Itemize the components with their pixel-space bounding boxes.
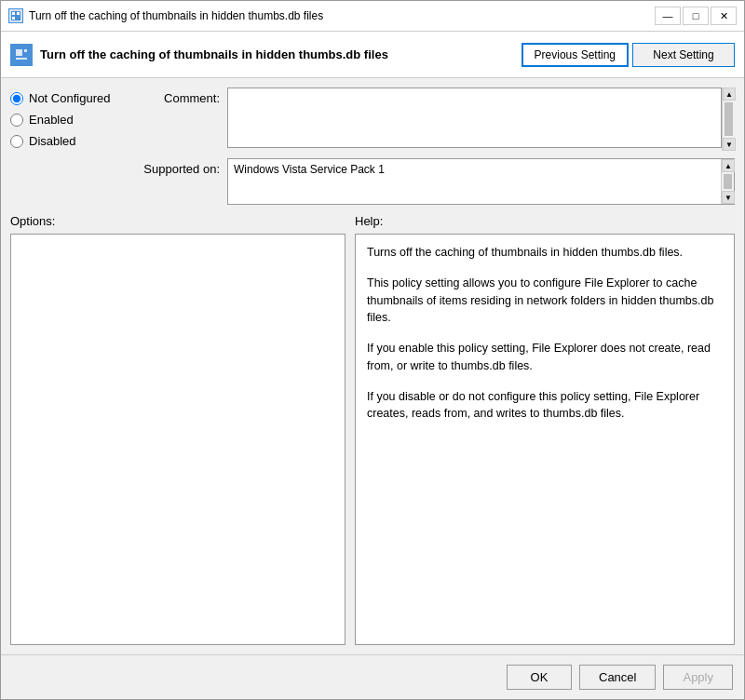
radio-disabled-input[interactable] [10, 135, 23, 148]
svg-rect-0 [10, 10, 21, 21]
minimize-button[interactable]: — [655, 7, 681, 25]
radio-enabled-label: Enabled [29, 113, 74, 127]
radio-disabled-label: Disabled [29, 134, 76, 148]
svg-rect-2 [17, 12, 20, 15]
supported-scroll-thumb [724, 174, 732, 189]
help-paragraph-2: This policy setting allows you to config… [367, 275, 723, 327]
radio-enabled-input[interactable] [10, 114, 23, 127]
header-buttons: Previous Setting Next Setting [522, 43, 735, 67]
cancel-button[interactable]: Cancel [579, 665, 656, 690]
svg-rect-1 [12, 12, 15, 15]
radio-not-configured[interactable]: Not Configured [10, 91, 131, 105]
maximize-button[interactable]: □ [683, 7, 709, 25]
supported-row: Supported on: Windows Vista Service Pack… [141, 158, 735, 205]
supported-scrollbar[interactable]: ▲ ▼ [721, 159, 734, 204]
svg-rect-3 [12, 17, 15, 20]
title-bar-text: Turn off the caching of thumbnails in hi… [29, 9, 649, 22]
options-panel: Options: [10, 214, 345, 645]
header-title: Turn off the caching of thumbnails in hi… [40, 47, 514, 61]
options-label: Options: [10, 214, 345, 228]
apply-button[interactable]: Apply [663, 665, 733, 690]
svg-rect-5 [16, 49, 22, 56]
radio-group: Not Configured Enabled Disabled [10, 88, 131, 205]
help-paragraph-3: If you enable this policy setting, File … [367, 340, 723, 375]
footer-bar: OK Cancel Apply [1, 654, 744, 699]
radio-not-configured-label: Not Configured [29, 91, 110, 105]
bottom-section: Options: Help: Turns off the caching of … [10, 214, 735, 645]
comment-label: Comment: [141, 88, 220, 105]
supported-label: Supported on: [141, 158, 220, 176]
policy-icon [10, 44, 33, 66]
title-bar-controls: — □ ✕ [655, 7, 737, 25]
close-button[interactable]: ✕ [711, 7, 737, 25]
help-panel: Help: Turns off the caching of thumbnail… [355, 214, 735, 645]
next-setting-button[interactable]: Next Setting [632, 43, 735, 67]
form-section: Comment: ▲ ▼ Supported on: Windows [141, 88, 735, 205]
comment-textarea[interactable] [227, 88, 722, 148]
header-bar: Turn off the caching of thumbnails in hi… [1, 32, 744, 78]
scroll-down-arrow[interactable]: ▼ [723, 138, 736, 151]
title-bar: Turn off the caching of thumbnails in hi… [1, 1, 744, 32]
previous-setting-button[interactable]: Previous Setting [522, 43, 629, 67]
svg-rect-7 [16, 58, 27, 60]
window-icon [8, 8, 23, 23]
comment-row: Comment: ▲ ▼ [141, 88, 735, 151]
supported-value: Windows Vista Service Pack 1 [234, 163, 728, 176]
main-window: Turn off the caching of thumbnails in hi… [0, 0, 745, 700]
comment-scrollbar[interactable]: ▲ ▼ [722, 88, 735, 151]
top-section: Not Configured Enabled Disabled Comment: [10, 88, 735, 205]
scroll-up-arrow[interactable]: ▲ [723, 88, 736, 101]
help-label: Help: [355, 214, 735, 228]
svg-rect-6 [24, 49, 27, 52]
help-paragraph-1: Turns off the caching of thumbnails in h… [367, 244, 723, 262]
options-box [10, 234, 345, 645]
content-area: Not Configured Enabled Disabled Comment: [1, 78, 744, 654]
radio-not-configured-input[interactable] [10, 92, 23, 105]
radio-disabled[interactable]: Disabled [10, 134, 131, 148]
help-box: Turns off the caching of thumbnails in h… [355, 234, 735, 645]
supported-box: Windows Vista Service Pack 1 ▲ ▼ [227, 158, 735, 205]
help-paragraph-4: If you disable or do not configure this … [367, 388, 723, 424]
ok-button[interactable]: OK [507, 665, 572, 690]
radio-enabled[interactable]: Enabled [10, 113, 131, 127]
supported-scroll-down[interactable]: ▼ [722, 191, 735, 204]
supported-scroll-up[interactable]: ▲ [722, 159, 735, 172]
scroll-thumb [725, 102, 733, 136]
